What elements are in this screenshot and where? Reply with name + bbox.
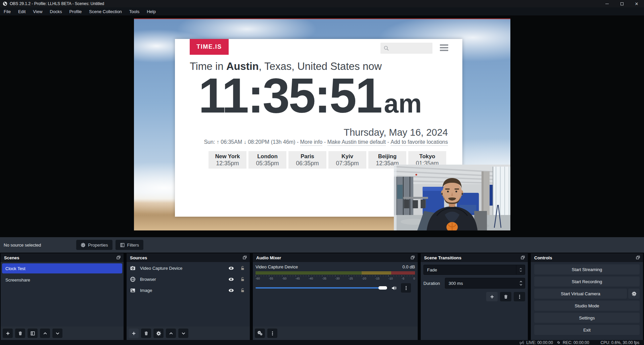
camera-icon [130, 265, 136, 271]
preview-area: TIME.IS Time in Austin, Texas, United St… [0, 15, 644, 237]
add-scene-button[interactable] [3, 329, 13, 338]
more-info-link: More info [300, 139, 323, 146]
meter-tick-marks [256, 275, 415, 276]
kebab-icon [517, 294, 522, 299]
speaker-icon[interactable] [391, 285, 397, 291]
webcam-source [394, 165, 510, 230]
move-scene-up-button[interactable] [40, 329, 50, 338]
record-inactive-icon [556, 340, 561, 345]
menu-docks[interactable]: Docks [46, 7, 65, 15]
program-canvas[interactable]: TIME.IS Time in Austin, Texas, United St… [134, 18, 510, 230]
volume-slider[interactable] [256, 286, 388, 290]
controls-title: Controls [534, 255, 552, 260]
popout-icon[interactable] [116, 255, 121, 260]
cpu-fps-status: CPU: 0.6%, 30.00 fps [601, 340, 639, 345]
visibility-eye-icon[interactable] [228, 288, 234, 293]
move-source-down-button[interactable] [178, 329, 188, 338]
start-virtual-camera-button[interactable]: Start Virtual Camera [534, 289, 627, 299]
popout-icon[interactable] [410, 255, 415, 260]
audio-mixer-panel: Audio Mixer Video Capture Device 0.0 dB … [253, 253, 418, 340]
obs-window: OBS 29.1.2 - Profile: LLHLS BETA - Scene… [0, 0, 644, 345]
popout-icon[interactable] [636, 255, 640, 260]
menu-scene-collection[interactable]: Scene Collection [85, 7, 126, 15]
scene-item-clock-test[interactable]: Clock Test [2, 263, 122, 273]
source-item-image[interactable]: Image [127, 285, 250, 295]
timeis-search-box [380, 43, 432, 54]
mixer-channel-menu-button[interactable] [401, 283, 411, 293]
scene-filters-button[interactable] [28, 329, 38, 338]
maximize-button[interactable] [614, 0, 629, 7]
spin-up-icon[interactable] [519, 280, 523, 283]
move-scene-down-button[interactable] [52, 329, 62, 338]
hamburger-menu-icon [440, 44, 448, 52]
menu-profile[interactable]: Profile [65, 7, 85, 15]
lock-icon[interactable] [240, 277, 245, 282]
menu-help[interactable]: Help [143, 7, 159, 15]
volume-slider-handle[interactable] [378, 286, 387, 290]
popout-icon[interactable] [242, 255, 247, 260]
rec-status: REC: 00:00:00 [556, 340, 589, 345]
source-properties-button[interactable] [153, 329, 164, 338]
trash-icon [18, 331, 23, 336]
image-icon [130, 288, 136, 293]
visibility-eye-icon[interactable] [228, 265, 234, 271]
mixer-menu-button[interactable] [267, 329, 277, 338]
remove-source-button[interactable] [141, 329, 151, 338]
visibility-eye-icon[interactable] [228, 276, 234, 282]
menu-tools[interactable]: Tools [126, 7, 143, 15]
start-recording-button[interactable]: Start Recording [534, 276, 640, 287]
city-card: Kyiv07:35pm [328, 151, 366, 169]
minimize-button[interactable] [600, 0, 614, 7]
lock-icon[interactable] [240, 266, 245, 271]
filters-icon [30, 331, 35, 336]
sources-title: Sources [130, 255, 147, 260]
source-item-browser[interactable]: Browser [127, 274, 250, 284]
city-card: London05:35pm [248, 151, 286, 169]
move-source-up-button[interactable] [166, 329, 176, 338]
close-button[interactable]: ✕ [629, 0, 644, 7]
make-default-link: Make Austin time default [327, 139, 386, 146]
scene-item-screenshare[interactable]: Screenshare [2, 275, 122, 285]
chevron-down-icon [519, 270, 522, 273]
clock-ampm: am [384, 90, 422, 117]
properties-button[interactable]: Properties [76, 240, 112, 250]
menu-view[interactable]: View [29, 7, 46, 15]
source-item-video-capture[interactable]: Video Capture Device [127, 263, 250, 273]
transition-select[interactable]: Fade [423, 265, 525, 275]
plus-icon [131, 331, 136, 336]
start-streaming-button[interactable]: Start Streaming [534, 264, 640, 274]
plus-icon [5, 331, 10, 336]
trash-icon [503, 294, 508, 299]
chevron-up-icon [43, 331, 48, 336]
city-card: Paris06:35pm [288, 151, 326, 169]
filters-button[interactable]: Filters [116, 240, 143, 250]
add-source-button[interactable] [129, 329, 139, 338]
advanced-audio-button[interactable] [255, 329, 265, 338]
menu-edit[interactable]: Edit [14, 7, 29, 15]
remove-scene-button[interactable] [15, 329, 25, 338]
exit-button[interactable]: Exit [534, 325, 640, 335]
studio-mode-button[interactable]: Studio Mode [534, 301, 640, 311]
search-icon [383, 45, 389, 51]
stream-inactive-icon [519, 340, 524, 345]
timeis-clock: 11:35:51 am [198, 71, 422, 120]
gear-icon [632, 291, 637, 296]
spin-down-icon[interactable] [519, 284, 523, 287]
kebab-icon [404, 286, 409, 291]
webcam-video [394, 165, 510, 230]
timeis-sun-line: Sun: ↑ 06:35AM ↓ 08:20PM (13h 46m) - Mor… [189, 139, 448, 146]
chevron-down-icon [181, 331, 186, 336]
add-transition-button[interactable] [486, 292, 498, 301]
lock-icon[interactable] [240, 288, 245, 293]
settings-button[interactable]: Settings [534, 313, 640, 323]
city-card: New York12:35pm [209, 151, 246, 169]
meter-tick-labels: -60-55-50-45-40-35-30-25-20-15-10-50 [256, 277, 415, 280]
menu-file[interactable]: File [0, 7, 14, 15]
remove-transition-button[interactable] [500, 292, 511, 301]
duration-spinbox[interactable]: 300 ms [445, 278, 525, 289]
popout-icon[interactable] [520, 255, 525, 260]
source-status-text: No source selected [4, 243, 41, 248]
window-title: OBS 29.1.2 - Profile: LLHLS BETA - Scene… [10, 1, 104, 6]
virtual-camera-config-button[interactable] [628, 289, 640, 299]
transition-menu-button[interactable] [514, 292, 525, 301]
